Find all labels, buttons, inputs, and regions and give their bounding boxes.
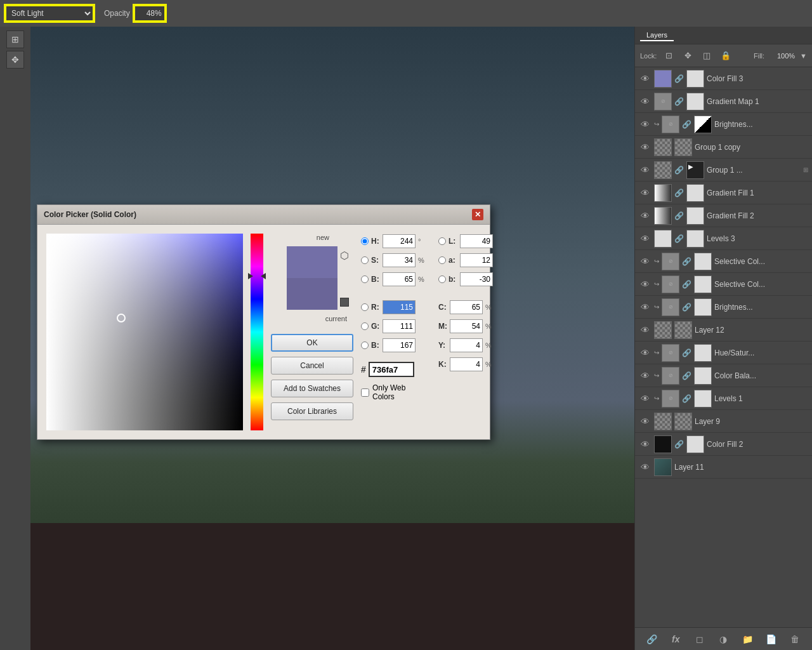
g-radio[interactable] — [361, 322, 369, 330]
layers-tab[interactable]: Layers — [640, 30, 674, 41]
dialog-close-button[interactable]: ✕ — [472, 209, 483, 220]
visibility-icon[interactable]: 👁 — [639, 461, 652, 474]
layer-item[interactable]: 👁 🔗 Color Fill 3 — [635, 67, 812, 90]
layer-item[interactable]: 👁 ↪ ⊘ 🔗 Hue/Satur... — [635, 342, 812, 364]
s-radio[interactable] — [361, 256, 369, 264]
layer-name: Selective Col... — [714, 280, 808, 289]
layer-name: Color Fill 2 — [707, 440, 808, 449]
b2-input[interactable] — [383, 338, 416, 352]
layer-name: Gradient Fill 1 — [707, 189, 808, 197]
layer-name: Levels 1 — [714, 394, 808, 403]
mask-icon[interactable]: ◻ — [692, 632, 707, 647]
a-radio[interactable] — [438, 256, 446, 264]
visibility-icon[interactable]: 👁 — [639, 278, 652, 291]
visibility-icon[interactable]: 👁 — [639, 255, 652, 268]
link-icon[interactable]: 🔗 — [645, 632, 660, 647]
toolbar-panel-icon[interactable]: ⊞ — [6, 30, 24, 48]
trash-icon[interactable]: 🗑 — [787, 632, 802, 647]
visibility-icon[interactable]: 👁 — [639, 72, 652, 85]
fx-icon[interactable]: fx — [668, 632, 683, 647]
h-label: H: — [371, 237, 380, 246]
b2-radio[interactable] — [361, 342, 369, 349]
chain-icon: 🔗 — [674, 189, 684, 197]
a-input[interactable] — [460, 253, 493, 267]
r-input[interactable] — [383, 300, 416, 314]
visibility-icon[interactable]: 👁 — [639, 141, 652, 154]
layer-item[interactable]: 👁 ↪ ⊘ 🔗 Levels 1 — [635, 387, 812, 410]
blab-input[interactable] — [460, 272, 493, 286]
add-to-swatches-button[interactable]: Add to Swatches — [271, 380, 353, 397]
lock-position-icon[interactable]: ✥ — [681, 49, 695, 63]
visibility-icon[interactable]: 👁 — [639, 415, 652, 428]
layer-item[interactable]: 👁 Layer 11 — [635, 456, 812, 479]
visibility-icon[interactable]: 👁 — [639, 301, 652, 314]
color-gradient-square[interactable] — [46, 234, 243, 430]
layer-item[interactable]: 👁 🔗 ▶ Group 1 ... ⊞ — [635, 159, 812, 182]
adjustment-icon[interactable]: ◑ — [716, 632, 731, 647]
new-layer-icon[interactable]: 📄 — [764, 632, 779, 647]
only-web-colors-checkbox[interactable] — [361, 388, 369, 397]
lock-pixels-icon[interactable]: ⊡ — [662, 49, 676, 63]
y-input[interactable] — [450, 338, 483, 352]
layer-item[interactable]: 👁 Layer 9 — [635, 410, 812, 433]
layer-item[interactable]: 👁 ↪ ⊘ 🔗 Color Bala... — [635, 364, 812, 387]
visibility-icon[interactable]: 👁 — [639, 118, 652, 131]
hex-hash: # — [361, 364, 366, 375]
hex-input[interactable] — [369, 362, 414, 377]
visibility-icon[interactable]: 👁 — [639, 187, 652, 199]
visibility-icon[interactable]: 👁 — [639, 369, 652, 382]
color-swatch-current[interactable] — [287, 278, 337, 310]
layer-item[interactable]: 👁 ↪ ⊘ 🔗 Brightnes... — [635, 296, 812, 319]
layer-item[interactable]: 👁 🔗 Gradient Fill 2 — [635, 204, 812, 227]
l-input[interactable] — [460, 234, 493, 248]
layer-item[interactable]: 👁 ⊘ 🔗 Gradient Map 1 — [635, 90, 812, 113]
layer-name: Layer 12 — [695, 326, 808, 335]
g-input[interactable] — [383, 319, 416, 333]
layer-thumbnail — [654, 138, 672, 156]
b-radio[interactable] — [361, 275, 369, 283]
layer-item[interactable]: 👁 ↪ ⊘ 🔗 Brightnes... — [635, 113, 812, 136]
visibility-icon[interactable]: 👁 — [639, 324, 652, 336]
layer-item[interactable]: 👁 🔗 Gradient Fill 1 — [635, 182, 812, 204]
move-tool-icon[interactable]: ✥ — [6, 51, 24, 69]
fill-dropdown-icon[interactable]: ▼ — [800, 52, 807, 60]
l-radio[interactable] — [438, 237, 446, 245]
layer-item[interactable]: 👁 🔗 Levels 3 — [635, 227, 812, 250]
lock-transparency-icon[interactable]: ◫ — [700, 49, 714, 63]
lock-all-icon[interactable]: 🔒 — [719, 49, 733, 63]
blab-radio[interactable] — [438, 275, 446, 283]
r-radio[interactable] — [361, 303, 369, 311]
visibility-icon[interactable]: 👁 — [639, 164, 652, 176]
layer-item[interactable]: 👁 Group 1 copy — [635, 136, 812, 159]
visibility-icon[interactable]: 👁 — [639, 392, 652, 405]
visibility-icon[interactable]: 👁 — [639, 209, 652, 222]
h-input[interactable] — [383, 234, 416, 248]
opacity-input[interactable] — [134, 5, 166, 22]
cancel-button[interactable]: Cancel — [271, 357, 353, 375]
layer-item[interactable]: 👁 🔗 Color Fill 2 — [635, 433, 812, 456]
m-input[interactable] — [450, 319, 483, 333]
color-swatch-new[interactable] — [287, 246, 337, 278]
blend-mode-select[interactable]: Soft Light — [5, 5, 94, 22]
visibility-icon[interactable]: 👁 — [639, 232, 652, 245]
layer-item[interactable]: 👁 ↪ ⊘ 🔗 Selective Col... — [635, 250, 812, 273]
hue-slider[interactable] — [251, 234, 263, 430]
visibility-icon[interactable]: 👁 — [639, 347, 652, 359]
layer-item[interactable]: 👁 ↪ ⊘ 🔗 Selective Col... — [635, 273, 812, 296]
s-input[interactable] — [383, 253, 416, 267]
visibility-icon[interactable]: 👁 — [639, 95, 652, 108]
b2-label: B: — [371, 341, 380, 350]
folder-icon[interactable]: 📁 — [740, 632, 755, 647]
k-input[interactable] — [450, 357, 483, 371]
b-input-row: B: % — [361, 272, 428, 287]
b-input[interactable] — [383, 272, 416, 286]
color-libraries-button[interactable]: Color Libraries — [271, 402, 353, 420]
c-unit: % — [485, 303, 495, 311]
chain-icon: 🔗 — [682, 257, 691, 266]
ok-button[interactable]: OK — [271, 334, 353, 352]
layer-mask-thumbnail — [686, 435, 704, 453]
c-input[interactable] — [450, 300, 483, 314]
h-radio[interactable] — [361, 237, 369, 245]
visibility-icon[interactable]: 👁 — [639, 438, 652, 451]
layer-item[interactable]: 👁 Layer 12 — [635, 319, 812, 342]
